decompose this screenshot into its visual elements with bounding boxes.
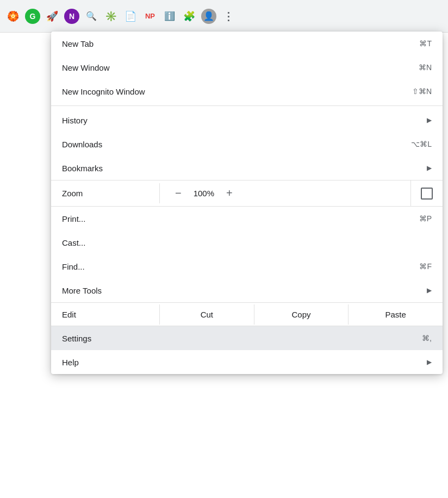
asterisk-icon[interactable]: ✳️ — [103, 9, 119, 24]
cast-item[interactable]: Cast... — [51, 231, 443, 254]
bookmarks-item[interactable]: Bookmarks ▶ — [51, 156, 443, 180]
info-icon[interactable]: ℹ️ — [162, 9, 177, 24]
more-tools-label: More Tools — [62, 286, 102, 295]
new-incognito-shortcut: ⇧⌘N — [412, 87, 432, 96]
new-window-label: New Window — [62, 63, 110, 72]
new-tab-item[interactable]: New Tab ⌘T — [51, 32, 443, 55]
downloads-shortcut: ⌥⌘L — [411, 140, 432, 148]
help-item[interactable]: Help ▶ — [51, 350, 443, 374]
fullscreen-button[interactable] — [411, 182, 443, 205]
puzzle-icon[interactable]: 🧩 — [182, 9, 197, 24]
new-incognito-item[interactable]: New Incognito Window ⇧⌘N — [51, 79, 443, 103]
new-tab-label: New Tab — [62, 39, 94, 48]
rocket-icon[interactable]: 🚀 — [45, 9, 60, 24]
avatar-icon[interactable]: 👤 — [201, 9, 216, 24]
chrome-dropdown-menu: New Tab ⌘T New Window ⌘N New Incognito W… — [51, 32, 443, 374]
downloads-label: Downloads — [62, 140, 102, 149]
grammarly-icon[interactable]: G — [25, 9, 40, 24]
find-label: Find... — [62, 262, 85, 271]
settings-item[interactable]: Settings ⌘, — [51, 326, 443, 350]
zoom-row: Zoom − 100% + — [51, 180, 443, 207]
onenote-icon[interactable]: N — [64, 9, 79, 24]
more-menu-button[interactable]: ⋮ — [221, 9, 236, 24]
new-window-shortcut: ⌘N — [419, 63, 432, 72]
print-shortcut: ⌘P — [419, 214, 432, 223]
fullscreen-icon — [421, 188, 433, 200]
history-label: History — [62, 116, 88, 125]
copy-button[interactable]: Copy — [254, 304, 349, 325]
edit-row: Edit Cut Copy Paste — [51, 302, 443, 326]
edit-label: Edit — [51, 304, 160, 325]
document-icon[interactable]: 📄 — [123, 9, 138, 24]
settings-label: Settings — [62, 334, 91, 343]
search-icon[interactable]: 🔍 — [84, 9, 99, 24]
history-arrow-icon: ▶ — [427, 116, 432, 124]
cut-button[interactable]: Cut — [160, 304, 254, 325]
zoom-in-button[interactable]: + — [222, 186, 237, 201]
np-icon[interactable]: NP — [142, 9, 158, 24]
cast-label: Cast... — [62, 238, 85, 247]
zoom-controls: − 100% + — [160, 180, 411, 206]
find-shortcut: ⌘F — [419, 262, 432, 271]
more-tools-arrow-icon: ▶ — [427, 287, 432, 294]
browser-toolbar: 🏵️ G 🚀 N 🔍 ✳️ 📄 NP ℹ️ 🧩 👤 ⋮ — [0, 0, 448, 33]
new-window-item[interactable]: New Window ⌘N — [51, 55, 443, 79]
paste-button[interactable]: Paste — [349, 304, 443, 325]
print-item[interactable]: Print... ⌘P — [51, 207, 443, 231]
zoom-out-button[interactable]: − — [171, 186, 186, 201]
star-icon[interactable]: 🏵️ — [5, 9, 21, 24]
history-item[interactable]: History ▶ — [51, 108, 443, 132]
find-item[interactable]: Find... ⌘F — [51, 254, 443, 278]
new-tab-shortcut: ⌘T — [419, 39, 432, 48]
print-label: Print... — [62, 214, 85, 223]
new-incognito-label: New Incognito Window — [62, 87, 145, 96]
divider-1 — [51, 105, 443, 106]
bookmarks-arrow-icon: ▶ — [427, 164, 432, 172]
help-label: Help — [62, 358, 79, 367]
bookmarks-label: Bookmarks — [62, 164, 103, 173]
zoom-value: 100% — [194, 189, 214, 198]
zoom-label: Zoom — [51, 183, 160, 203]
settings-shortcut: ⌘, — [422, 334, 432, 343]
downloads-item[interactable]: Downloads ⌥⌘L — [51, 132, 443, 156]
help-arrow-icon: ▶ — [427, 358, 432, 366]
more-tools-item[interactable]: More Tools ▶ — [51, 278, 443, 302]
